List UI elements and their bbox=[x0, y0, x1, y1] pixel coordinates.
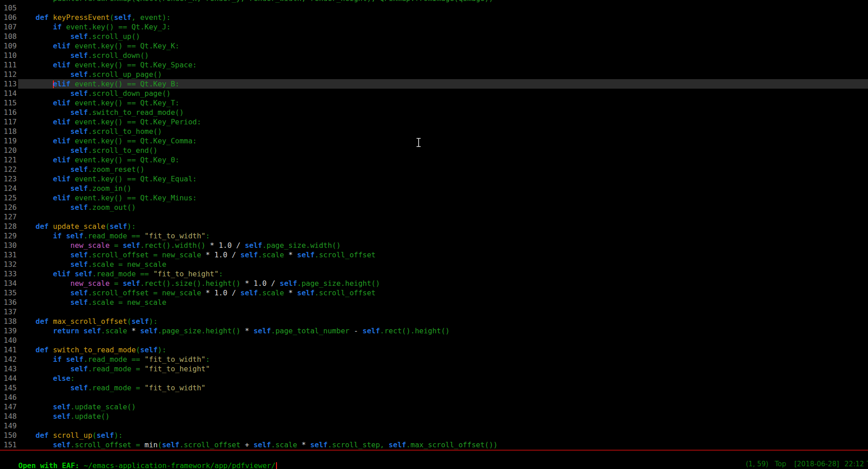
code-line-139[interactable]: 139 return self.scale * self.page_size.h… bbox=[0, 326, 868, 336]
code-line-109[interactable]: 109 elif event.key() == Qt.Key_K: bbox=[0, 41, 868, 51]
code-token: elif bbox=[53, 118, 71, 126]
code-line-113[interactable]: 113 elif event.key() == Qt.Key_B: bbox=[0, 79, 868, 89]
code-line-134[interactable]: 134 new_scale = self.rect().size().heigh… bbox=[0, 279, 868, 288]
code-buffer: painter.drawPixmap(QRect(render_x, rende… bbox=[0, 0, 868, 450]
code-line-131[interactable]: 131 self.scroll_offset = new_scale * 1.0… bbox=[0, 250, 868, 260]
code-line-text: if self.read_mode == "fit_to_width": bbox=[18, 355, 868, 364]
code-line-143[interactable]: 143 self.read_mode = "fit_to_height" bbox=[0, 364, 868, 374]
code-line-114[interactable]: 114 self.scroll_down_page() bbox=[0, 89, 868, 98]
code-line-116[interactable]: 116 self.switch_to_read_mode() bbox=[0, 108, 868, 117]
code-token: self bbox=[297, 251, 315, 259]
code-line-138[interactable]: 138 def max_scroll_offset(self): bbox=[0, 317, 868, 326]
code-token bbox=[48, 317, 53, 326]
code-line-121[interactable]: 121 elif event.key() == Qt.Key_0: bbox=[0, 155, 868, 165]
code-token: self bbox=[96, 431, 114, 440]
minibuffer[interactable]: Open with EAF: ~/emacs-application-frame… bbox=[0, 451, 868, 462]
code-line-text: self.zoom_reset() bbox=[18, 165, 868, 174]
code-line-partial[interactable]: painter.drawPixmap(QRect(render_x, rende… bbox=[0, 0, 868, 3]
code-line-147[interactable]: 147 self.update_scale() bbox=[0, 402, 868, 412]
code-token bbox=[18, 108, 71, 117]
code-line-105[interactable]: 105 bbox=[0, 3, 868, 13]
code-token: self bbox=[362, 327, 380, 335]
code-token bbox=[18, 355, 53, 364]
code-line-text: self.zoom_in() bbox=[18, 184, 868, 193]
code-line-text: elif event.key() == Qt.Key_Equal: bbox=[18, 174, 868, 184]
line-number bbox=[0, 0, 18, 3]
code-token: self bbox=[140, 346, 158, 354]
code-token: .rect().size().height() bbox=[140, 279, 245, 288]
code-line-141[interactable]: 141 def switch_to_read_mode(self): bbox=[0, 345, 868, 355]
code-line-150[interactable]: 150 def scroll_up(self): bbox=[0, 431, 868, 440]
code-token bbox=[48, 13, 53, 22]
code-editor[interactable]: painter.drawPixmap(QRect(render_x, rende… bbox=[0, 0, 868, 450]
code-token: + bbox=[245, 441, 249, 449]
code-line-133[interactable]: 133 elif self.read_mode == "fit_to_heigh… bbox=[0, 269, 868, 279]
line-number: 112 bbox=[0, 70, 18, 79]
code-line-text bbox=[18, 336, 868, 345]
code-token bbox=[18, 99, 53, 107]
code-token: ( bbox=[92, 431, 97, 440]
code-token: keyPressEvent bbox=[53, 13, 110, 22]
code-line-119[interactable]: 119 elif event.key() == Qt.Key_Comma: bbox=[0, 136, 868, 146]
code-token: = bbox=[110, 279, 123, 288]
line-number: 144 bbox=[0, 374, 18, 383]
code-token bbox=[275, 279, 280, 288]
code-line-125[interactable]: 125 elif event.key() == Qt.Key_Minus: bbox=[0, 193, 868, 203]
code-line-120[interactable]: 120 self.scroll_to_end() bbox=[0, 146, 868, 155]
code-line-151[interactable]: 151 self.scroll_offset = min(self.scroll… bbox=[0, 440, 868, 450]
code-line-112[interactable]: 112 self.scroll_up_page() bbox=[0, 70, 868, 79]
code-line-142[interactable]: 142 if self.read_mode == "fit_to_width": bbox=[0, 355, 868, 364]
code-token bbox=[18, 42, 53, 50]
code-token: self bbox=[131, 317, 149, 326]
code-line-117[interactable]: 117 elif event.key() == Qt.Key_Period: bbox=[0, 117, 868, 127]
line-number: 131 bbox=[0, 250, 18, 260]
code-token: .zoom_out() bbox=[88, 203, 136, 212]
code-line-145[interactable]: 145 self.read_mode = "fit_to_width" bbox=[0, 383, 868, 393]
code-line-text: elif event.key() == Qt.Key_Minus: bbox=[18, 193, 868, 203]
code-token: ): bbox=[149, 317, 157, 326]
code-line-136[interactable]: 136 self.scale = new_scale bbox=[0, 298, 868, 307]
code-token: ): bbox=[114, 431, 123, 440]
code-token: self bbox=[71, 89, 88, 98]
code-token: elif bbox=[53, 80, 71, 88]
code-line-129[interactable]: 129 if self.read_mode == "fit_to_width": bbox=[0, 231, 868, 241]
code-line-132[interactable]: 132 self.scale = new_scale bbox=[0, 260, 868, 269]
line-number: 127 bbox=[0, 212, 18, 222]
line-number: 120 bbox=[0, 146, 18, 155]
code-line-128[interactable]: 128 def update_scale(self): bbox=[0, 222, 868, 231]
code-token: def bbox=[36, 222, 49, 231]
code-line-122[interactable]: 122 self.zoom_reset() bbox=[0, 165, 868, 174]
code-line-149[interactable]: 149 bbox=[0, 421, 868, 431]
code-line-126[interactable]: 126 self.zoom_out() bbox=[0, 203, 868, 212]
code-line-148[interactable]: 148 self.update() bbox=[0, 412, 868, 421]
code-line-108[interactable]: 108 self.scroll_up() bbox=[0, 32, 868, 41]
code-line-144[interactable]: 144 else: bbox=[0, 374, 868, 383]
line-number: 143 bbox=[0, 364, 18, 374]
code-line-146[interactable]: 146 bbox=[0, 393, 868, 402]
line-number: 150 bbox=[0, 431, 18, 440]
code-line-106[interactable]: 106 def keyPressEvent(self, event): bbox=[0, 13, 868, 22]
code-token: event.key() == Qt.Key_T: bbox=[71, 99, 180, 107]
code-line-127[interactable]: 127 bbox=[0, 212, 868, 222]
code-line-130[interactable]: 130 new_scale = self.rect().width() * 1.… bbox=[0, 241, 868, 250]
line-number: 130 bbox=[0, 241, 18, 250]
code-line-124[interactable]: 124 self.zoom_in() bbox=[0, 184, 868, 193]
code-line-110[interactable]: 110 self.scroll_down() bbox=[0, 51, 868, 60]
code-token bbox=[18, 175, 53, 183]
code-line-123[interactable]: 123 elif event.key() == Qt.Key_Equal: bbox=[0, 174, 868, 184]
code-line-111[interactable]: 111 elif event.key() == Qt.Key_Space: bbox=[0, 60, 868, 70]
code-token: self bbox=[240, 251, 258, 259]
code-token: = bbox=[110, 241, 123, 250]
code-token: if bbox=[53, 23, 62, 31]
minibuffer-input[interactable]: ~/emacs-application-framework/app/pdfvie… bbox=[84, 461, 276, 469]
code-line-107[interactable]: 107 if event.key() == Qt.Key_J: bbox=[0, 22, 868, 32]
code-line-118[interactable]: 118 self.scroll_to_home() bbox=[0, 127, 868, 136]
code-token bbox=[18, 70, 71, 79]
code-line-115[interactable]: 115 elif event.key() == Qt.Key_T: bbox=[0, 98, 868, 108]
code-line-135[interactable]: 135 self.scroll_offset = new_scale * 1.0… bbox=[0, 288, 868, 298]
code-token: .switch_to_read_mode() bbox=[88, 108, 184, 117]
code-line-137[interactable]: 137 bbox=[0, 307, 868, 317]
line-number: 145 bbox=[0, 383, 18, 393]
code-token: .page_total_number bbox=[271, 327, 354, 335]
code-line-140[interactable]: 140 bbox=[0, 336, 868, 345]
